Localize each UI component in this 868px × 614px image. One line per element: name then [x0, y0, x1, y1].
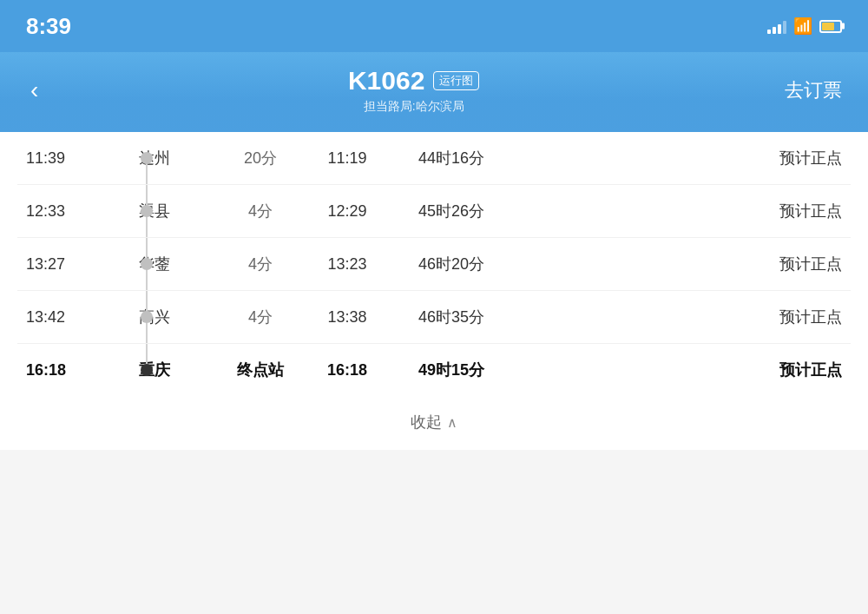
header-center: K1062 运行图 担当路局:哈尔滨局 [348, 66, 479, 115]
timeline-dot [141, 364, 153, 376]
table-row: 12:33渠县4分12:2945时26分预计正点 [17, 185, 851, 238]
station-name: 重庆 [113, 360, 217, 380]
back-button[interactable]: ‹ [26, 72, 43, 109]
table-row: 13:27华蓥4分13:2346时20分预计正点 [17, 238, 851, 291]
train-number-row: K1062 运行图 [348, 66, 479, 96]
depart-time: 12:29 [304, 202, 391, 221]
signal-icon [767, 18, 786, 34]
header: ‹ K1062 运行图 担当路局:哈尔滨局 去订票 [0, 52, 868, 132]
status-text: 预计正点 [512, 254, 842, 274]
chevron-up-icon: ∧ [447, 414, 457, 431]
station-name: 华蓥 [113, 254, 217, 274]
elapsed-time: 44时16分 [391, 148, 512, 168]
timeline-dot [141, 205, 153, 217]
arrive-time: 11:39 [26, 149, 113, 168]
train-bureau: 担当路局:哈尔滨局 [348, 99, 479, 115]
battery-icon [819, 20, 842, 33]
table-row: 13:42高兴4分13:3846时35分预计正点 [17, 291, 851, 344]
train-number: K1062 [348, 66, 424, 96]
book-button[interactable]: 去订票 [785, 77, 842, 103]
status-text: 预计正点 [512, 307, 842, 327]
status-bar: 8:39 📶 [0, 0, 868, 52]
table-row: 11:39达州20分11:1944时16分预计正点 [17, 132, 851, 185]
depart-time: 13:23 [304, 255, 391, 274]
table-row: 16:18重庆终点站16:1849时15分预计正点 [17, 344, 851, 396]
station-name: 渠县 [113, 201, 217, 221]
collapse-row[interactable]: 收起 ∧ [0, 396, 868, 450]
wifi-icon: 📶 [793, 17, 812, 36]
timeline-dot [141, 152, 153, 164]
elapsed-time: 46时35分 [391, 307, 512, 327]
timeline-dot [141, 311, 153, 323]
depart-time: 11:19 [304, 149, 391, 168]
stop-duration: 20分 [217, 148, 304, 168]
route-badge[interactable]: 运行图 [433, 71, 479, 90]
stop-duration: 终点站 [217, 360, 304, 380]
status-icons: 📶 [767, 17, 842, 36]
elapsed-time: 46时20分 [391, 254, 512, 274]
arrive-time: 16:18 [26, 361, 113, 380]
station-name: 高兴 [113, 307, 217, 327]
arrive-time: 12:33 [26, 202, 113, 221]
stop-duration: 4分 [217, 254, 304, 274]
status-text: 预计正点 [512, 148, 842, 168]
status-text: 预计正点 [512, 201, 842, 221]
arrive-time: 13:42 [26, 308, 113, 327]
depart-time: 16:18 [304, 361, 391, 380]
elapsed-time: 45时26分 [391, 201, 512, 221]
stop-duration: 4分 [217, 307, 304, 327]
station-table: 11:39达州20分11:1944时16分预计正点12:33渠县4分12:294… [0, 132, 868, 396]
collapse-label: 收起 [411, 412, 442, 432]
timeline-dot [141, 258, 153, 270]
depart-time: 13:38 [304, 308, 391, 327]
elapsed-time: 49时15分 [391, 360, 512, 380]
station-name: 达州 [113, 148, 217, 168]
status-text: 预计正点 [512, 360, 842, 380]
arrive-time: 13:27 [26, 255, 113, 274]
stop-duration: 4分 [217, 201, 304, 221]
status-time: 8:39 [26, 13, 71, 40]
